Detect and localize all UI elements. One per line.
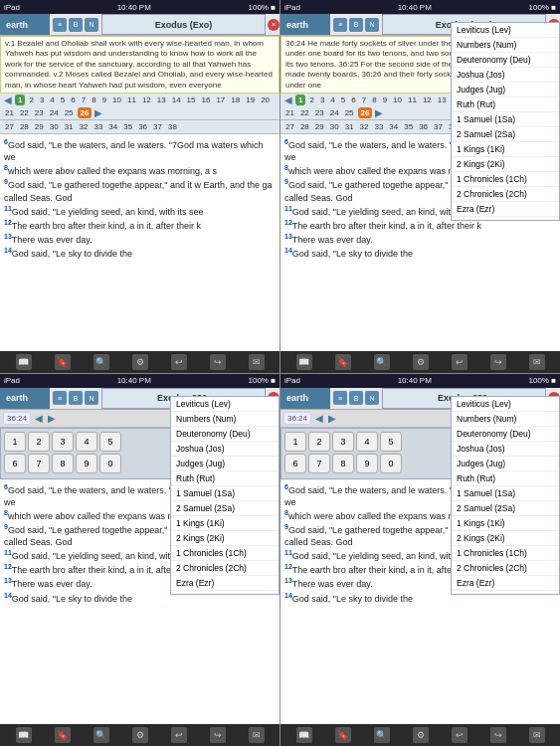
verse-num-8[interactable]: 8 [90,94,97,105]
num-key-1[interactable]: 1 [4,432,26,452]
num-key-0[interactable]: 0 [99,454,121,473]
verse-num-11[interactable]: 11 [406,94,419,105]
header-icon[interactable]: ≡ [53,18,67,32]
toolbar-icon-1[interactable]: 🔖 [335,727,351,743]
verse-num-34[interactable]: 34 [106,121,119,132]
book-item-12[interactable]: Ezra (Ezr) [171,576,279,591]
header-icon[interactable]: N [85,391,98,405]
num-key-9[interactable]: 9 [356,454,378,473]
header-icon[interactable]: B [349,18,363,32]
header-icon[interactable]: ≡ [333,391,347,405]
book-item-11[interactable]: 2 Chronicles (2Ch) [452,561,559,576]
passage-header[interactable]: Exodus (Exo) [101,14,266,35]
book-item-3[interactable]: Joshua (Jos) [452,442,559,457]
next-verse-button[interactable]: ▶ [93,107,103,118]
num-key-4[interactable]: 4 [356,432,378,452]
book-item-0[interactable]: Leviticus (Lev) [171,397,279,412]
verse-num-1[interactable]: 1 [15,94,25,105]
verse-num-20[interactable]: 20 [259,94,272,105]
toolbar-icon-5[interactable]: ↪ [210,727,226,743]
verse-num-6[interactable]: 6 [69,94,77,105]
book-item-11[interactable]: 2 Chronicles (2Ch) [171,561,279,576]
prev-verse-button[interactable]: ◀ [3,94,13,105]
verse-num-27[interactable]: 27 [3,121,16,132]
next-chapter-button[interactable]: ▶ [327,413,337,424]
prev-chapter-button[interactable]: ◀ [314,413,324,424]
verse-num-35[interactable]: 35 [121,121,134,132]
num-key-1[interactable]: 1 [284,432,306,452]
book-item-5[interactable]: Ruth (Rut) [452,471,559,486]
num-key-4[interactable]: 4 [76,432,97,452]
book-item-4[interactable]: Judges (Jug) [452,83,559,97]
verse-num-1[interactable]: 1 [295,94,305,105]
toolbar-icon-1[interactable]: 🔖 [55,354,71,370]
verse-num-9[interactable]: 9 [100,94,108,105]
verse-num-37[interactable]: 37 [151,121,164,132]
verse-num-25[interactable]: 25 [63,107,76,118]
num-key-3[interactable]: 3 [52,432,74,452]
book-item-13[interactable]: Nehemiah (Neh) [452,591,559,595]
verse-num-21[interactable]: 21 [3,107,16,118]
book-item-8[interactable]: 1 Kings (1Ki) [452,142,559,157]
verse-num-28[interactable]: 28 [298,121,311,132]
verse-num-17[interactable]: 17 [214,94,227,105]
book-item-6[interactable]: 1 Samuel (1Sa) [452,112,559,127]
prev-chapter-button[interactable]: ◀ [34,413,44,424]
verse-num-3[interactable]: 3 [38,94,46,105]
book-item-2[interactable]: Deuteronomy (Deu) [171,427,279,442]
book-item-1[interactable]: Numbers (Num) [452,38,559,53]
verse-num-33[interactable]: 33 [92,121,104,132]
toolbar-icon-4[interactable]: ↩ [171,727,187,743]
toolbar-icon-6[interactable]: ✉ [529,354,545,370]
verse-num-31[interactable]: 31 [63,121,76,132]
num-key-3[interactable]: 3 [332,432,354,452]
toolbar-icon-5[interactable]: ↪ [490,727,506,743]
book-item-4[interactable]: Judges (Jug) [171,457,279,471]
book-item-7[interactable]: 2 Samuel (2Sa) [171,501,279,516]
verse-num-14[interactable]: 14 [170,94,183,105]
verse-num-19[interactable]: 19 [244,94,257,105]
verse-num-28[interactable]: 28 [18,121,31,132]
verse-num-10[interactable]: 10 [110,94,123,105]
toolbar-icon-5[interactable]: ↪ [490,354,506,370]
book-item-8[interactable]: 1 Kings (1Ki) [452,516,559,531]
verse-num-34[interactable]: 34 [387,121,400,132]
verse-num-22[interactable]: 22 [18,107,31,118]
book-item-13[interactable]: Nehemiah (Neh) [171,591,279,595]
num-key-6[interactable]: 6 [4,454,26,473]
book-item-9[interactable]: 2 Kings (2Ki) [452,531,559,546]
verse-num-37[interactable]: 37 [432,121,445,132]
verse-num-10[interactable]: 10 [391,94,404,105]
header-icon[interactable]: B [349,391,363,405]
verse-num-32[interactable]: 32 [358,121,371,132]
verse-num-31[interactable]: 31 [343,121,356,132]
num-key-2[interactable]: 2 [28,432,50,452]
header-icon[interactable]: B [69,391,83,405]
verse-num-4[interactable]: 4 [328,94,336,105]
verse-num-5[interactable]: 5 [59,94,67,105]
verse-num-3[interactable]: 3 [318,94,326,105]
verse-num-7[interactable]: 7 [80,94,88,105]
toolbar-icon-6[interactable]: ✉ [529,727,545,743]
verse-num-24[interactable]: 24 [48,107,61,118]
toolbar-icon-3[interactable]: ⚙ [132,727,148,743]
verse-num-29[interactable]: 29 [33,121,46,132]
book-item-8[interactable]: 1 Kings (1Ki) [171,516,279,531]
next-chapter-button[interactable]: ▶ [47,413,57,424]
num-key-7[interactable]: 7 [28,454,50,473]
toolbar-icon-5[interactable]: ↪ [210,354,226,370]
book-item-2[interactable]: Deuteronomy (Deu) [452,427,559,442]
num-key-7[interactable]: 7 [308,454,330,473]
verse-num-32[interactable]: 32 [78,121,91,132]
book-item-5[interactable]: Ruth (Rut) [452,97,559,112]
verse-num-26[interactable]: 26 [78,107,93,118]
verse-num-21[interactable]: 21 [283,107,296,118]
verse-num-25[interactable]: 25 [343,107,356,118]
verse-num-7[interactable]: 7 [360,94,368,105]
book-item-10[interactable]: 1 Chronicles (1Ch) [171,546,279,561]
book-item-0[interactable]: Leviticus (Lev) [452,23,559,38]
toolbar-icon-0[interactable]: 📖 [296,354,312,370]
book-item-4[interactable]: Judges (Jug) [452,457,559,471]
num-key-0[interactable]: 0 [380,454,402,473]
verse-num-22[interactable]: 22 [298,107,311,118]
